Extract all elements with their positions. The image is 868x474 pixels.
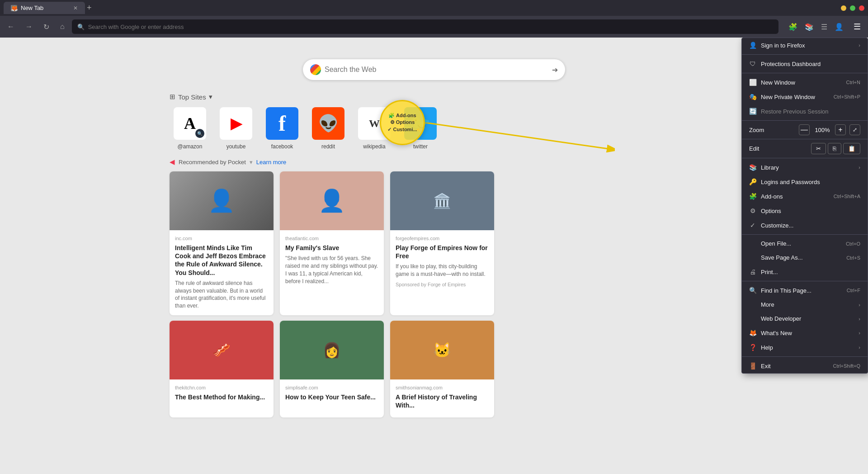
- exit-icon: 🚪: [749, 362, 756, 370]
- library-button[interactable]: 📚: [802, 21, 816, 33]
- menu-new-private-window-label: New Private Window: [761, 94, 829, 100]
- edit-label: Edit: [749, 145, 809, 152]
- active-tab[interactable]: 🦊 New Tab ✕: [4, 2, 85, 14]
- menu-logins[interactable]: 🔑 Logins and Passwords: [742, 175, 868, 189]
- search-icon: 🔍: [77, 24, 85, 30]
- article-1-excerpt: The rule of awkward silence has always b…: [175, 280, 268, 310]
- zoom-out-button[interactable]: —: [799, 124, 810, 135]
- menu-addons[interactable]: 🧩 Add-ons Ctrl+Shift+A: [742, 189, 868, 204]
- menu-customize[interactable]: ✓ Customize...: [742, 218, 868, 232]
- articles-row-2: 🥓 thekitchn.com The Best Method for Maki…: [0, 315, 868, 417]
- menu-find-in-page[interactable]: 🔍 Find in This Page... Ctrl+F: [742, 283, 868, 298]
- tooltip-circle: 🧩 Add-ons ⚙ Options ✓ Customi...: [380, 100, 425, 145]
- address-bar[interactable]: 🔍: [72, 19, 778, 34]
- menu-button[interactable]: ☰: [850, 20, 864, 33]
- menu-addons-label: Add-ons: [761, 193, 829, 200]
- article-5-image-placeholder: 👩: [323, 341, 341, 359]
- pocket-label: Recommended by Pocket: [179, 159, 246, 166]
- menu-divider-5: [742, 158, 868, 158]
- new-tab-button[interactable]: +: [87, 3, 92, 13]
- menu-new-window-shortcut: Ctrl+N: [846, 80, 860, 85]
- address-input[interactable]: [88, 24, 773, 30]
- site-label-wikipedia: wikipedia: [363, 143, 385, 150]
- article-3-title: Play Forge of Empires Now for Free: [396, 244, 489, 260]
- article-card-6[interactable]: 🐱 smithsonianmag.com A Brief History of …: [390, 321, 494, 417]
- menu-new-window-label: New Window: [761, 79, 842, 86]
- menu-new-private-window[interactable]: 🎭 New Private Window Ctrl+Shift+P: [742, 90, 868, 104]
- article-card-2[interactable]: 👤 theatlantic.com My Family's Slave "She…: [280, 171, 384, 315]
- menu-library[interactable]: 📚 Library ›: [742, 160, 868, 175]
- person-icon: 👤: [749, 42, 756, 49]
- web-developer-arrow-icon: ›: [859, 316, 860, 322]
- new-icon: 🦊: [749, 329, 756, 337]
- private-icon: 🎭: [749, 93, 756, 100]
- menu-whats-new[interactable]: 🦊 What's New ›: [742, 326, 868, 340]
- site-item-facebook[interactable]: f facebook: [262, 107, 302, 150]
- copy-button[interactable]: ⎘: [828, 143, 841, 154]
- menu-sign-in[interactable]: 👤 Sign in to Firefox ›: [742, 38, 868, 52]
- search-input[interactable]: [325, 66, 548, 74]
- article-6-title: A Brief History of Traveling With...: [396, 393, 489, 409]
- minimize-button[interactable]: [841, 5, 846, 11]
- tab-close-button[interactable]: ✕: [73, 5, 78, 11]
- site-item-amazon[interactable]: A 🔍 @amazon: [170, 107, 210, 150]
- reload-button[interactable]: ↻: [40, 21, 53, 33]
- article-card-1[interactable]: 👤 inc.com Intelligent Minds Like Tim Coo…: [170, 171, 274, 315]
- library-icon: 📚: [749, 164, 756, 171]
- article-card-5[interactable]: 👩 simplisafe.com How to Keep Your Teen S…: [280, 321, 384, 417]
- site-label-facebook: facebook: [271, 143, 293, 150]
- menu-print[interactable]: 🖨 Print...: [742, 265, 868, 279]
- maximize-button[interactable]: [850, 5, 855, 11]
- menu-options[interactable]: ⚙ Options: [742, 204, 868, 218]
- site-label-reddit: reddit: [321, 143, 335, 150]
- learn-more-link[interactable]: Learn more: [256, 159, 286, 166]
- menu-web-developer[interactable]: Web Developer ›: [742, 312, 868, 326]
- article-2-image-placeholder: 👤: [318, 188, 345, 213]
- menu-divider-3: [742, 120, 868, 121]
- search-submit-icon[interactable]: ➔: [552, 66, 558, 74]
- menu-find-in-page-label: Find in This Page...: [761, 287, 842, 294]
- menu-more[interactable]: More ›: [742, 298, 868, 312]
- help-icon: ❓: [749, 344, 756, 351]
- menu-protections-dashboard[interactable]: 🛡 Protections Dashboard: [742, 57, 868, 71]
- article-5-source: simplisafe.com: [285, 385, 378, 390]
- google-search-bar[interactable]: ➔: [303, 59, 565, 80]
- zoom-fullscreen-button[interactable]: ⤢: [849, 124, 860, 135]
- menu-save-page-shortcut: Ctrl+S: [846, 255, 860, 261]
- extensions-button[interactable]: 🧩: [786, 21, 800, 33]
- menu-web-developer-label: Web Developer: [761, 315, 854, 322]
- home-button[interactable]: ⌂: [57, 21, 68, 33]
- dropdown-menu: 👤 Sign in to Firefox › 🛡 Protections Das…: [741, 38, 868, 374]
- menu-open-file[interactable]: Open File... Ctrl+O: [742, 237, 868, 251]
- menu-exit[interactable]: 🚪 Exit Ctrl+Shift+Q: [742, 359, 868, 373]
- cut-button[interactable]: ✂: [811, 143, 826, 154]
- menu-save-page[interactable]: Save Page As... Ctrl+S: [742, 251, 868, 265]
- window-controls: [841, 5, 864, 11]
- site-item-youtube[interactable]: ▶ youtube: [216, 107, 256, 150]
- article-6-image-placeholder: 🐱: [433, 341, 451, 359]
- menu-more-label: More: [761, 301, 854, 308]
- search-section: ➔: [0, 38, 868, 80]
- back-button[interactable]: ←: [4, 21, 18, 33]
- window-icon: ⬜: [749, 79, 756, 86]
- restore-icon: 🔄: [749, 108, 756, 115]
- article-card-4[interactable]: 🥓 thekitchn.com The Best Method for Maki…: [170, 321, 274, 417]
- zoom-in-button[interactable]: +: [835, 124, 846, 135]
- account-button[interactable]: 👤: [832, 21, 846, 33]
- menu-library-label: Library: [761, 164, 854, 171]
- synced-tabs-button[interactable]: ☰: [818, 21, 830, 33]
- close-button[interactable]: [859, 5, 864, 11]
- menu-print-label: Print...: [761, 269, 860, 275]
- menu-help[interactable]: ❓ Help ›: [742, 340, 868, 355]
- article-card-3[interactable]: 🏛️ forgeofempires.com Play Forge of Empi…: [390, 171, 494, 315]
- site-item-reddit[interactable]: 👽 reddit: [308, 107, 349, 150]
- paste-button[interactable]: 📋: [843, 143, 860, 154]
- menu-restore-session[interactable]: 🔄 Restore Previous Session: [742, 104, 868, 118]
- addon-icon: 🧩: [749, 193, 756, 200]
- menu-divider-7: [742, 281, 868, 281]
- menu-new-window[interactable]: ⬜ New Window Ctrl+N: [742, 75, 868, 90]
- top-sites-chevron[interactable]: ▾: [209, 93, 212, 101]
- forward-button[interactable]: →: [22, 21, 36, 33]
- whats-new-arrow-icon: ›: [859, 330, 860, 336]
- menu-customize-label: Customize...: [761, 222, 860, 229]
